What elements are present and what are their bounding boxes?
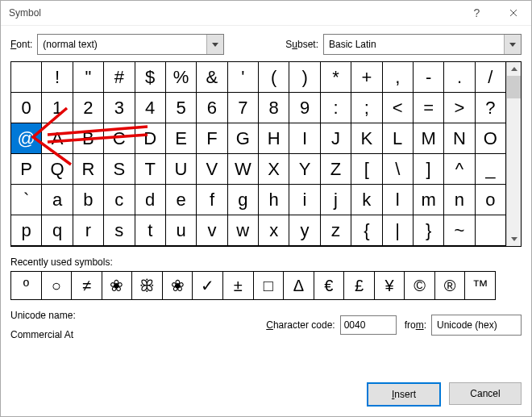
symbol-cell[interactable]: :: [321, 93, 351, 123]
symbol-cell[interactable]: E: [166, 123, 197, 154]
recent-symbol-cell[interactable]: €: [314, 272, 345, 299]
symbol-cell[interactable]: 1: [42, 93, 73, 123]
symbol-cell[interactable]: ^: [444, 154, 475, 185]
symbol-cell[interactable]: 0: [11, 93, 42, 123]
symbol-cell[interactable]: P: [11, 154, 42, 185]
help-button[interactable]: ?: [459, 1, 495, 25]
chevron-down-icon[interactable]: [206, 35, 223, 54]
symbol-cell[interactable]: s: [104, 215, 135, 246]
symbol-cell[interactable]: ?: [476, 93, 506, 123]
symbol-cell[interactable]: _: [476, 154, 506, 185]
insert-button[interactable]: Insert: [367, 382, 441, 407]
symbol-cell[interactable]: f: [197, 185, 227, 215]
symbol-cell[interactable]: b: [73, 185, 104, 215]
from-input[interactable]: [432, 315, 532, 335]
symbol-cell[interactable]: n: [444, 185, 475, 215]
recent-symbol-cell[interactable]: ≠: [72, 272, 102, 299]
scrollbar[interactable]: [506, 62, 521, 246]
subset-input[interactable]: [324, 35, 504, 54]
symbol-cell[interactable]: K: [351, 123, 382, 154]
symbol-cell[interactable]: m: [414, 185, 444, 215]
symbol-cell[interactable]: $: [135, 62, 166, 93]
symbol-cell[interactable]: j: [321, 185, 351, 215]
symbol-cell[interactable]: 4: [135, 93, 166, 123]
scroll-track[interactable]: [507, 76, 521, 232]
symbol-cell[interactable]: p: [11, 215, 42, 246]
symbol-cell[interactable]: |: [383, 215, 414, 246]
symbol-cell[interactable]: !: [42, 62, 73, 93]
symbol-cell[interactable]: /: [476, 62, 506, 93]
symbol-cell[interactable]: q: [42, 215, 73, 246]
symbol-cell[interactable]: 5: [166, 93, 197, 123]
symbol-cell[interactable]: %: [166, 62, 197, 93]
symbol-cell[interactable]: }: [414, 215, 444, 246]
symbol-cell[interactable]: 7: [228, 93, 259, 123]
symbol-cell[interactable]: ]: [414, 154, 444, 185]
symbol-cell[interactable]: v: [197, 215, 227, 246]
symbol-cell[interactable]: #: [104, 62, 135, 93]
subset-combo[interactable]: [323, 34, 522, 55]
symbol-cell[interactable]: W: [228, 154, 259, 185]
symbol-cell[interactable]: c: [104, 185, 135, 215]
symbol-cell[interactable]: @: [11, 123, 42, 154]
symbol-cell[interactable]: =: [414, 93, 444, 123]
symbol-cell[interactable]: ': [228, 62, 259, 93]
symbol-cell[interactable]: [: [351, 154, 382, 185]
font-combo[interactable]: [37, 34, 224, 55]
chevron-down-icon[interactable]: [504, 35, 521, 54]
symbol-cell[interactable]: ": [73, 62, 104, 93]
cancel-button[interactable]: Cancel: [449, 382, 522, 405]
scroll-down-button[interactable]: [507, 232, 521, 246]
symbol-cell[interactable]: +: [351, 62, 382, 93]
symbol-cell[interactable]: X: [259, 154, 289, 185]
symbol-cell[interactable]: A: [42, 123, 73, 154]
symbol-cell[interactable]: \: [383, 154, 414, 185]
symbol-cell[interactable]: .: [444, 62, 475, 93]
symbol-cell[interactable]: *: [321, 62, 351, 93]
symbol-cell[interactable]: Y: [289, 154, 320, 185]
symbol-cell[interactable]: 3: [104, 93, 135, 123]
symbol-cell[interactable]: ~: [444, 215, 475, 246]
symbol-cell[interactable]: B: [73, 123, 104, 154]
symbol-cell[interactable]: U: [166, 154, 197, 185]
recent-symbol-cell[interactable]: ❀: [102, 272, 133, 299]
symbol-cell[interactable]: r: [73, 215, 104, 246]
recent-symbol-cell[interactable]: ✓: [193, 272, 223, 299]
symbol-cell[interactable]: &: [197, 62, 227, 93]
symbol-cell[interactable]: 6: [197, 93, 227, 123]
symbol-cell[interactable]: C: [104, 123, 135, 154]
symbol-cell[interactable]: o: [476, 185, 506, 215]
symbol-cell[interactable]: a: [42, 185, 73, 215]
symbol-cell[interactable]: y: [289, 215, 320, 246]
symbol-cell[interactable]: J: [321, 123, 351, 154]
symbol-cell[interactable]: ,: [383, 62, 414, 93]
recent-symbol-cell[interactable]: □: [254, 272, 285, 299]
symbol-cell[interactable]: (: [259, 62, 289, 93]
symbol-grid[interactable]: !"#$%&'()*+,-./0123456789:;<=>?@ABCDEFGH…: [11, 62, 506, 246]
symbol-cell[interactable]: M: [414, 123, 444, 154]
symbol-cell[interactable]: >: [444, 93, 475, 123]
symbol-cell[interactable]: 9: [289, 93, 320, 123]
recent-symbol-cell[interactable]: ¥: [375, 272, 405, 299]
symbol-cell[interactable]: e: [166, 185, 197, 215]
symbol-cell[interactable]: t: [135, 215, 166, 246]
recent-symbol-cell[interactable]: ❀: [163, 272, 193, 299]
recent-symbol-cell[interactable]: ©: [405, 272, 435, 299]
recent-symbol-cell[interactable]: Δ: [284, 272, 314, 299]
symbol-cell[interactable]: R: [73, 154, 104, 185]
recent-symbol-cell[interactable]: £: [344, 272, 375, 299]
symbol-cell[interactable]: [11, 62, 42, 93]
symbol-cell[interactable]: [476, 215, 506, 246]
scroll-thumb[interactable]: [507, 76, 521, 98]
symbol-cell[interactable]: S: [104, 154, 135, 185]
symbol-cell[interactable]: u: [166, 215, 197, 246]
symbol-cell[interactable]: 8: [259, 93, 289, 123]
recent-symbol-cell[interactable]: ○: [42, 272, 73, 299]
symbol-cell[interactable]: F: [197, 123, 227, 154]
symbol-cell[interactable]: 2: [73, 93, 104, 123]
symbol-cell[interactable]: I: [289, 123, 320, 154]
recent-symbols[interactable]: º○≠❀ꕥ❀✓±□Δ€£¥©®™: [10, 271, 496, 300]
symbol-cell[interactable]: ): [289, 62, 320, 93]
symbol-cell[interactable]: H: [259, 123, 289, 154]
symbol-cell[interactable]: D: [135, 123, 166, 154]
